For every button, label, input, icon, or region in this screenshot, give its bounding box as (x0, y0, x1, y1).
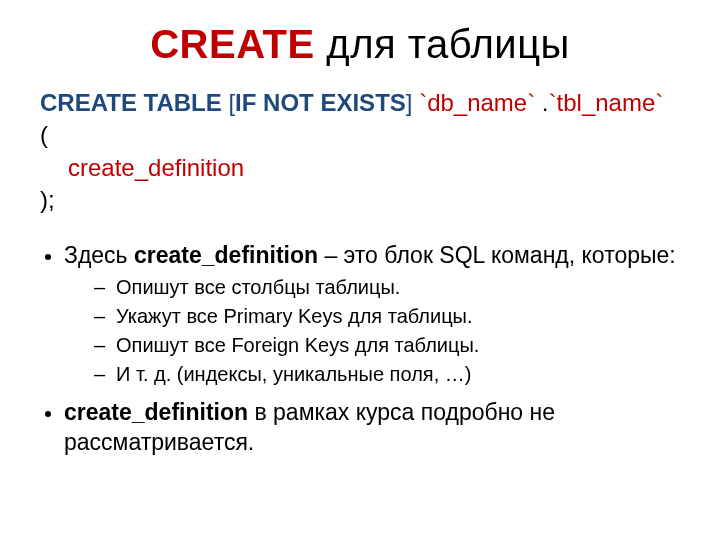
sub-bullet-list: Опишут все столбцы таблицы. Укажут все P… (64, 274, 680, 388)
bracket-close: ] (406, 89, 419, 116)
code-block: CREATE TABLE [IF NOT EXISTS] `db_name` .… (40, 87, 680, 217)
bullet-1-bold: create_definition (134, 242, 318, 268)
title-rest: для таблицы (315, 22, 570, 66)
dot: . (535, 89, 548, 116)
sub-bullet-1: Опишут все столбцы таблицы. (94, 274, 680, 301)
code-line-1: CREATE TABLE [IF NOT EXISTS] `db_name` .… (40, 87, 680, 119)
code-line-4: ); (40, 184, 680, 216)
tbl-name: `tbl_name` (549, 89, 664, 116)
bullet-1-pre: Здесь (64, 242, 134, 268)
bullet-2: create_definition в рамках курса подробн… (64, 398, 680, 458)
bullet-1-post: – это блок SQL команд, которые: (318, 242, 676, 268)
create-definition: create_definition (68, 154, 244, 181)
sub-bullet-3: Опишут все Foreign Keys для таблицы. (94, 332, 680, 359)
title-keyword: CREATE (150, 22, 314, 66)
slide: CREATE для таблицы CREATE TABLE [IF NOT … (0, 0, 720, 540)
code-line-2: ( (40, 119, 680, 151)
code-line-3: create_definition (40, 152, 680, 184)
bullet-2-bold: create_definition (64, 399, 248, 425)
slide-title: CREATE для таблицы (40, 22, 680, 67)
bullet-1: Здесь create_definition – это блок SQL к… (64, 241, 680, 389)
db-name: `db_name` (419, 89, 535, 116)
kw-create-table: CREATE TABLE (40, 89, 228, 116)
sub-bullet-2: Укажут все Primary Keys для таблицы. (94, 303, 680, 330)
sub-bullet-4: И т. д. (индексы, уникальные поля, …) (94, 361, 680, 388)
bullet-list: Здесь create_definition – это блок SQL к… (40, 241, 680, 459)
kw-if-not-exists: IF NOT EXISTS (235, 89, 406, 116)
